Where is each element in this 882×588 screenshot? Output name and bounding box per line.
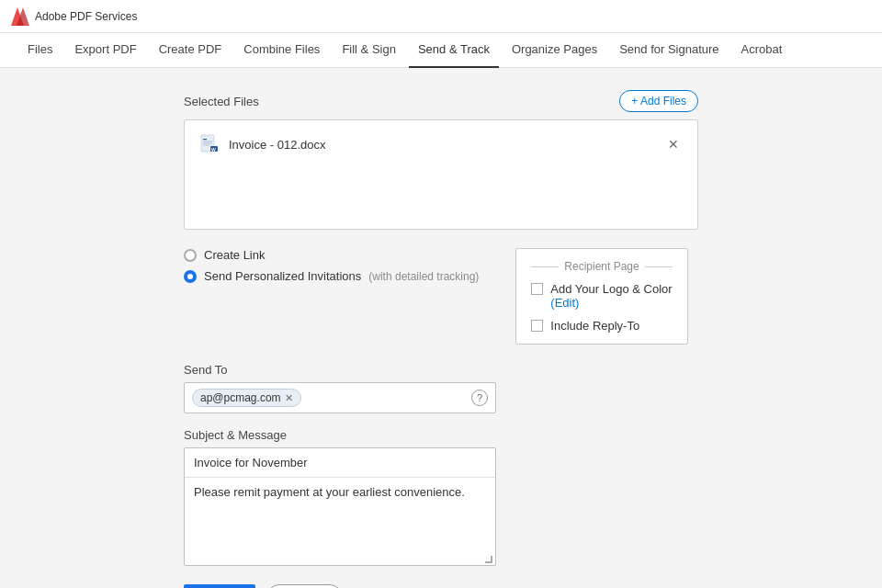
title-line-left	[531, 266, 559, 267]
nav-item-fill-sign[interactable]: Fill & Sign	[333, 33, 405, 68]
main-content: Selected Files + Add Files W Invoice - 0…	[0, 68, 882, 588]
help-icon[interactable]: ?	[471, 390, 488, 406]
nav-item-organize-pages[interactable]: Organize Pages	[503, 33, 606, 68]
nav-item-files[interactable]: Files	[18, 33, 62, 68]
radio-create-link-circle	[184, 249, 197, 262]
file-item: W Invoice - 012.docx ✕	[192, 128, 690, 161]
resize-icon	[485, 556, 492, 563]
send-to-input[interactable]: ap@pcmag.com ✕ ?	[184, 382, 496, 413]
include-reply-checkbox[interactable]	[531, 320, 543, 332]
top-bar: Adobe PDF Services	[0, 0, 882, 33]
buttons-row: Send Cancel	[184, 584, 698, 588]
radio-create-link-label: Create Link	[204, 248, 265, 262]
cancel-button[interactable]: Cancel	[266, 584, 342, 588]
form-area: Send To ap@pcmag.com ✕ ? Subject & Messa…	[184, 363, 698, 588]
radio-send-personalized-sub: (with detailed tracking)	[368, 270, 479, 283]
subject-message-box: Please remit payment at your earliest co…	[184, 447, 496, 566]
options-row: Create Link Send Personalized Invitation…	[184, 248, 698, 345]
nav-item-acrobat[interactable]: Acrobat	[732, 33, 792, 68]
email-tag-text: ap@pcmag.com	[200, 391, 281, 404]
send-to-section: Send To ap@pcmag.com ✕ ?	[184, 363, 698, 413]
subject-message-section: Subject & Message Please remit payment a…	[184, 428, 698, 566]
include-reply-row: Include Reply-To	[531, 319, 672, 333]
send-to-label: Send To	[184, 363, 698, 377]
send-button[interactable]: Send	[184, 584, 255, 588]
email-tag-close[interactable]: ✕	[285, 392, 293, 404]
nav-item-export-pdf[interactable]: Export PDF	[65, 33, 145, 68]
add-files-button[interactable]: + Add Files	[619, 90, 698, 112]
file-item-left: W Invoice - 012.docx	[199, 133, 326, 155]
recipient-page-label: Recipient Page	[564, 260, 639, 273]
nav-item-send-track[interactable]: Send & Track	[409, 33, 499, 68]
selected-files-label: Selected Files	[184, 95, 259, 108]
edit-link[interactable]: (Edit)	[550, 296, 579, 310]
include-reply-label: Include Reply-To	[550, 319, 639, 333]
app-title: Adobe PDF Services	[35, 10, 137, 23]
radio-create-link[interactable]: Create Link	[184, 248, 479, 262]
svg-rect-7	[203, 145, 209, 146]
message-textarea[interactable]: Please remit payment at your earliest co…	[185, 478, 495, 551]
word-doc-icon: W	[199, 133, 221, 155]
add-logo-row: Add Your Logo & Color (Edit)	[531, 282, 672, 310]
subject-input[interactable]	[185, 448, 495, 478]
nav-item-create-pdf[interactable]: Create PDF	[150, 33, 232, 68]
nav-item-send-for-signature[interactable]: Send for Signature	[610, 33, 728, 68]
title-line-right	[645, 266, 673, 267]
radio-send-personalized-label: Send Personalized Invitations	[204, 269, 361, 283]
selected-files-header: Selected Files + Add Files	[184, 90, 698, 112]
options-left: Create Link Send Personalized Invitation…	[184, 248, 479, 283]
svg-rect-6	[203, 143, 212, 144]
recipient-page-box: Recipient Page Add Your Logo & Color (Ed…	[515, 248, 687, 345]
nav-bar: Files Export PDF Create PDF Combine File…	[0, 33, 882, 68]
subject-message-label: Subject & Message	[184, 428, 698, 442]
radio-send-personalized[interactable]: Send Personalized Invitations (with deta…	[184, 269, 479, 283]
radio-send-personalized-circle	[184, 270, 197, 283]
adobe-logo-icon	[11, 7, 29, 26]
resize-handle[interactable]	[185, 554, 495, 565]
svg-text:W: W	[211, 147, 216, 153]
add-logo-label: Add Your Logo & Color (Edit)	[550, 282, 672, 310]
recipient-page-title: Recipient Page	[531, 260, 672, 273]
svg-rect-5	[203, 141, 212, 142]
files-box: W Invoice - 012.docx ✕	[184, 119, 698, 230]
email-tag: ap@pcmag.com ✕	[192, 389, 301, 407]
file-name: Invoice - 012.docx	[229, 138, 326, 152]
file-close-icon[interactable]: ✕	[664, 135, 683, 153]
add-logo-checkbox[interactable]	[531, 283, 543, 295]
svg-rect-4	[203, 139, 207, 140]
nav-item-combine-files[interactable]: Combine Files	[234, 33, 329, 68]
app-logo: Adobe PDF Services	[11, 7, 137, 26]
